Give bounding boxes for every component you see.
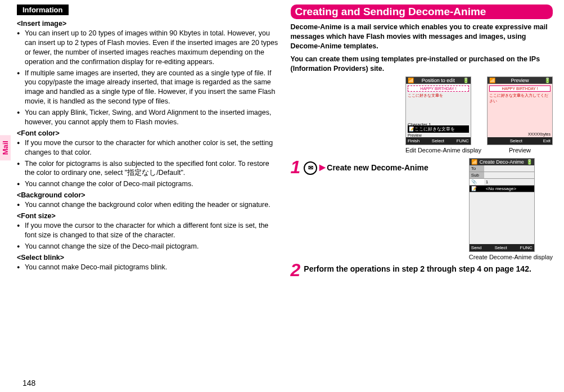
strip-text: ここに好きな文章を [414,127,455,132]
softkey-mid: Select [510,138,522,143]
left-column: Information <Insert image> You can inser… [17,4,279,282]
bullet: If you move the cursor to the character … [17,221,279,240]
softkey-right: FUNC [520,245,533,250]
screenshot-row: 📶Position to edit🔋 HAPPY BIRTHDAY ! ここに好… [291,76,553,154]
information-header: Information [17,4,69,15]
subhead-font-size: <Font size> [17,212,279,220]
subhead-insert-image: <Insert image> [17,20,279,28]
softkey-mid: Select [494,245,507,250]
subhead-select-blink: <Select blink> [17,254,279,262]
shot-title: Preview [511,78,529,83]
softkey-left: Send [471,245,482,250]
side-tab-mail: Mail [0,135,11,160]
row-sub: Sub [470,172,484,178]
softkey-right: FUNC [457,138,469,143]
subhead-font-color: <Font color> [17,129,279,137]
bullet: You cannot change the color of Deco-mail… [17,179,279,189]
subhead-background-color: <Background color> [17,191,279,199]
section-font-size: <Font size> If you move the cursor to th… [17,212,279,251]
create-decome-anime-screenshot: 📶Create Deco-Anime🔋 To Sub 📎1 📝<No messa… [469,158,553,261]
bullet: If multiple same images are inserted, th… [17,69,279,107]
row-file: 1 [484,179,534,185]
shot-title: Position to edit [422,78,455,83]
softkey-right: Exit [543,138,551,143]
preview-screenshot: 📶Preview🔋 HAPPY BIRTHDAY ! ここに好きな文章を入力して… [487,76,553,154]
body-line: ここに好きな文章を [408,93,469,98]
size-label: XXXXXbytes [528,132,551,136]
right-column: Creating and Sending Decome-Anime Decome… [291,4,553,282]
step-number-2: 2 [291,261,301,279]
preview-softkey: Preview [408,133,422,137]
intro-paragraph-1: Decome-Anime is a mail service which ena… [291,22,553,51]
arrow-icon: ▶ [319,163,326,172]
caption-preview: Preview [487,147,553,154]
happy-birthday-box: HAPPY BIRTHDAY ! [408,85,469,92]
caption-create: Create Decome-Anime display [469,254,553,261]
step-number-1: 1 [291,158,301,176]
happy-birthday-box: HAPPY BIRTHDAY ! [489,85,551,92]
shot-title: Create Deco-Anime [480,159,524,165]
bullet: If you move the cursor to the character … [17,138,279,157]
row-msg: <No message> [484,186,534,192]
section-insert-image: <Insert image> You can insert up to 20 t… [17,20,279,127]
mail-icon: ✉ [304,161,317,175]
caption-edit: Edit Decome-Anime display [405,147,481,154]
row-to: To [470,165,484,172]
section-header-creating-decome-anime: Creating and Sending Decome-Anime [291,4,553,19]
softkey-mid: Select [432,138,444,143]
step-1-block: 📶Create Deco-Anime🔋 To Sub 📎1 📝<No messa… [291,158,553,261]
page-number: 148 [22,379,35,388]
bullet: You cannot make Deco-mail pictograms bli… [17,263,279,272]
softkey-left: Finish [408,138,419,143]
section-select-blink: <Select blink> You cannot make Deco-mail… [17,254,279,272]
step-2-text: Perform the operations in step 2 through… [304,261,553,273]
bullet: You cannot change the size of the Deco-m… [17,242,279,251]
section-background-color: <Background color> You cannot change the… [17,191,279,210]
step-2-block: 2 Perform the operations in step 2 throu… [291,261,553,279]
bullet: You cannot change the background color w… [17,200,279,210]
step-1-text: Create new Decome-Anime [327,163,428,172]
section-font-color: <Font color> If you move the cursor to t… [17,129,279,189]
intro-paragraph-2: You can create them using templates pre-… [291,55,553,74]
bullet: The color for pictograms is also subject… [17,159,279,178]
bullet: You can insert up to 20 types of images … [17,29,279,67]
edit-decome-anime-screenshot: 📶Position to edit🔋 HAPPY BIRTHDAY ! ここに好… [405,76,481,154]
bullet: You can apply Blink, Ticker, Swing, and … [17,108,279,127]
body-line: ここに好きな文章を入力してください [489,93,551,104]
